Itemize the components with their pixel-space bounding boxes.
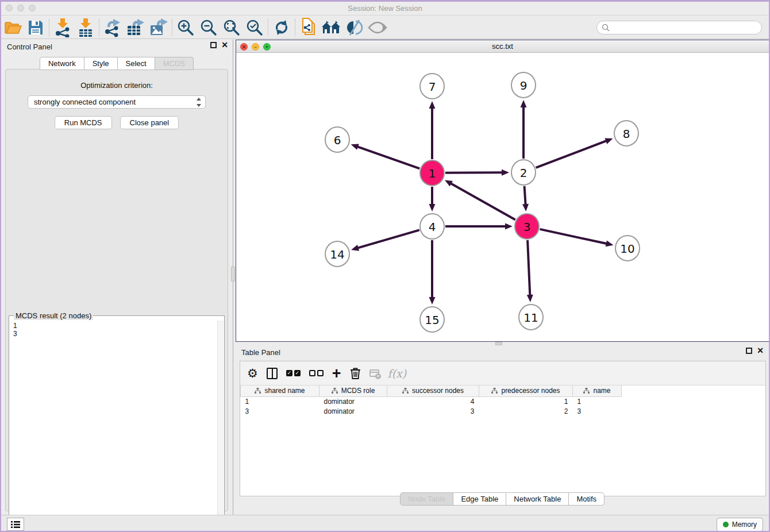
task-history-button[interactable] [7,518,24,531]
delete-row-icon[interactable] [350,365,361,381]
result-scrollbar[interactable] [217,321,224,532]
export-table-icon[interactable] [124,18,147,37]
node-label: 1 [429,167,436,180]
run-mcds-button[interactable]: Run MCDS [55,116,112,129]
table-cell[interactable]: 1 [573,396,622,406]
table-cell[interactable]: 1 [241,396,319,406]
hide-panels-icon[interactable] [343,18,366,37]
tab-motifs[interactable]: Motifs [568,492,605,506]
table-cell[interactable]: 3 [573,406,622,416]
column-visibility-icon[interactable] [267,365,278,381]
tab-edge-table[interactable]: Edge Table [453,492,506,506]
column-header[interactable]: name [573,385,622,396]
table-float-panel-icon[interactable] [746,348,752,354]
table-cell[interactable]: 3 [387,406,479,416]
table-settings-icon[interactable]: ⚙ [247,365,258,381]
import-network-icon[interactable] [51,18,74,37]
network-canvas[interactable]: 7968124314101511 [236,53,769,341]
graph-node-9[interactable]: 9 [511,72,536,98]
memory-button[interactable]: Memory [717,518,763,531]
splitter-grip[interactable] [231,267,235,282]
table-cell[interactable]: 1 [479,396,573,406]
open-session-icon[interactable] [1,18,24,37]
mcds-result-text[interactable]: 1 3 [10,321,217,532]
close-panel-icon[interactable]: ✕ [221,42,228,48]
new-network-from-selection-icon[interactable] [297,18,320,37]
graph-node-8[interactable]: 8 [614,121,638,146]
mcds-result-title: MCDS result (2 nodes) [14,311,93,320]
table-row[interactable]: 1dominator411 [241,396,622,406]
graph-node-2[interactable]: 2 [511,160,536,185]
graph-node-1[interactable]: 1 [420,160,444,186]
node-label: 4 [429,220,436,234]
graph-edge[interactable] [540,229,608,244]
zoom-selected-icon[interactable] [243,18,266,37]
tab-mcds[interactable]: MCDS [155,57,194,70]
column-header[interactable]: successor nodes [387,385,479,396]
table-panel-title: Table Panel [241,348,280,357]
zoom-fit-icon[interactable] [220,18,243,37]
tab-select[interactable]: Select [117,57,155,70]
graph-edge[interactable] [445,172,503,173]
export-image-icon[interactable] [147,18,170,37]
network-graph[interactable]: 7968124314101511 [236,53,769,341]
table-cell[interactable]: dominator [319,396,387,406]
refresh-icon[interactable] [270,18,293,37]
panel-splitter[interactable] [231,40,235,515]
export-network-icon[interactable] [101,18,124,37]
save-session-icon[interactable] [24,18,47,37]
network-window-title: scc.txt [236,42,769,51]
edge-arrowhead-icon [605,138,613,144]
open-browser-icon[interactable] [320,18,343,37]
optimization-criterion-label: Optimization criterion: [6,81,228,90]
table-row[interactable]: 3dominator323 [241,406,622,416]
graph-edge[interactable] [450,183,515,219]
control-panel: Control Panel ✕ Network Style Select MCD… [1,40,233,515]
graph-edge[interactable] [536,140,608,167]
tab-network[interactable]: Network [40,57,84,70]
node-label: 15 [425,313,439,327]
tab-style[interactable]: Style [84,57,118,70]
column-header[interactable]: predecessor nodes [479,385,573,396]
tab-network-table[interactable]: Network Table [506,492,569,506]
graph-edge[interactable] [525,186,526,206]
zoom-in-icon[interactable] [174,18,197,37]
graph-node-6[interactable]: 6 [325,127,349,152]
close-panel-button[interactable]: Close panel [120,116,179,129]
graph-edge[interactable] [528,240,530,296]
graph-edge[interactable] [356,147,419,169]
network-window-titlebar[interactable]: ✕ − + scc.txt [236,40,769,53]
select-all-icon[interactable]: ✓✓ [286,365,301,381]
graph-node-7[interactable]: 7 [420,74,444,99]
show-panel-icon[interactable] [366,18,389,37]
control-panel-title: Control Panel [7,43,52,51]
control-panel-tabs: Network Style Select MCDS [1,57,233,70]
add-row-icon[interactable]: + [332,365,341,381]
graph-node-10[interactable]: 10 [615,236,640,261]
edge-arrowhead-icon [351,144,359,149]
table-cell[interactable]: 3 [241,406,319,416]
float-panel-icon[interactable] [210,42,217,48]
mcds-panel-body: Optimization criterion: strongly connect… [5,69,228,511]
table-cell[interactable]: 2 [479,406,573,416]
search-input[interactable] [613,24,761,32]
table-cell[interactable]: 4 [387,396,479,406]
graph-node-11[interactable]: 11 [519,304,543,330]
criterion-select[interactable]: strongly connected component [28,95,206,109]
graph-node-3[interactable]: 3 [515,214,539,239]
table-close-panel-icon[interactable]: ✕ [757,348,764,354]
column-header[interactable]: MCDS role [319,385,387,396]
graph-node-14[interactable]: 14 [325,241,349,267]
zoom-out-icon[interactable] [197,18,220,37]
import-table-icon[interactable] [74,18,97,37]
search-field[interactable] [596,21,762,34]
graph-node-4[interactable]: 4 [420,214,444,239]
node-table-container: ⚙ ✓✓ + f(x) shared nameMCDS rolesuccesso… [240,361,766,496]
graph-edge[interactable] [357,230,419,248]
graph-node-15[interactable]: 15 [420,307,444,332]
node-label: 11 [523,311,538,325]
deselect-all-icon[interactable] [309,365,324,381]
column-header[interactable]: shared name [241,385,319,396]
table-cell[interactable]: dominator [319,406,387,416]
tab-node-table[interactable]: Node Table [400,492,454,506]
